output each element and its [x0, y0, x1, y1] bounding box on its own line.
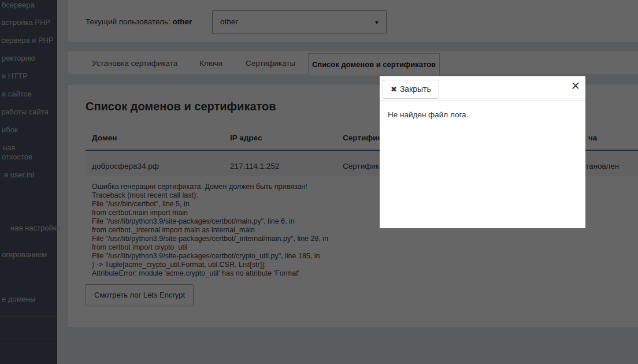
modal-close-button-label: Закрыть [400, 84, 431, 94]
modal-body: Не найден файл лога. [380, 101, 585, 128]
log-modal: ✖Закрыть × Не найден файл лога. [380, 76, 585, 228]
app-root: бсервера астройка PHP сервера и PHP рект… [0, 0, 638, 364]
modal-header: ✖Закрыть × [380, 76, 585, 101]
close-icon: ✖ [391, 85, 397, 94]
modal-message: Не найден файл лога. [388, 110, 468, 119]
modal-close-button[interactable]: ✖Закрыть [383, 80, 439, 99]
modal-corner-close-icon[interactable]: × [571, 77, 580, 94]
